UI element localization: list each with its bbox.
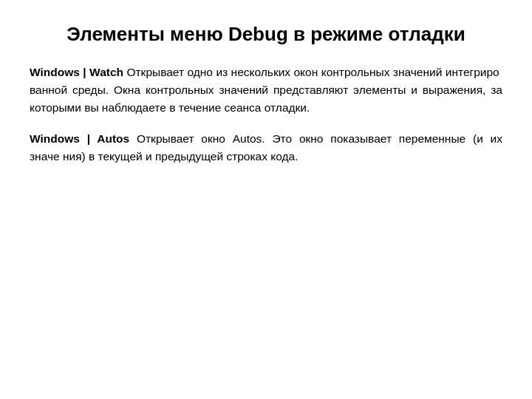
watch-label1: Windows bbox=[30, 66, 80, 78]
autos-pipe: | bbox=[87, 132, 98, 145]
autos-paragraph: Windows | Autos Открывает окно Autos. Эт… bbox=[30, 130, 502, 166]
content-container: Элементы меню Debug в режиме отладки Win… bbox=[30, 22, 502, 179]
autos-label1: Windows bbox=[30, 132, 80, 145]
watch-label2: Watch bbox=[89, 66, 123, 78]
watch-pipe: | bbox=[83, 66, 89, 78]
watch-paragraph: Windows | Watch Открывает одно из нескол… bbox=[30, 64, 502, 117]
page-title: Элементы меню Debug в режиме отладки bbox=[30, 22, 502, 47]
autos-label2: Autos bbox=[97, 132, 129, 145]
